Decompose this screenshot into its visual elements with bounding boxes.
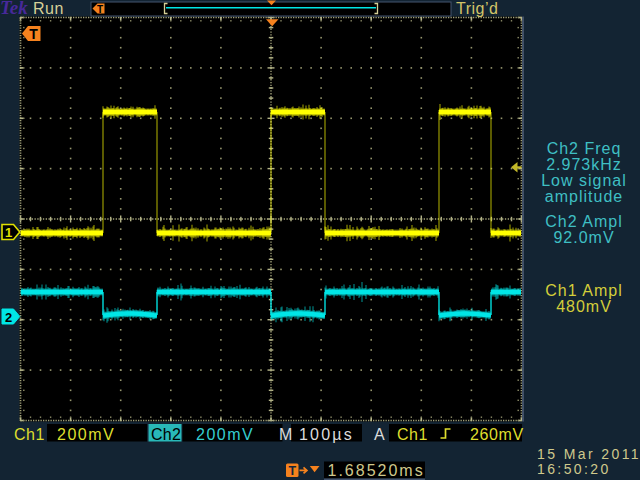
svg-text:2: 2 <box>5 310 12 325</box>
svg-text:1: 1 <box>5 225 12 240</box>
svg-text:T: T <box>97 4 103 15</box>
svg-text:T: T <box>29 26 38 42</box>
svg-text:T: T <box>288 464 296 478</box>
